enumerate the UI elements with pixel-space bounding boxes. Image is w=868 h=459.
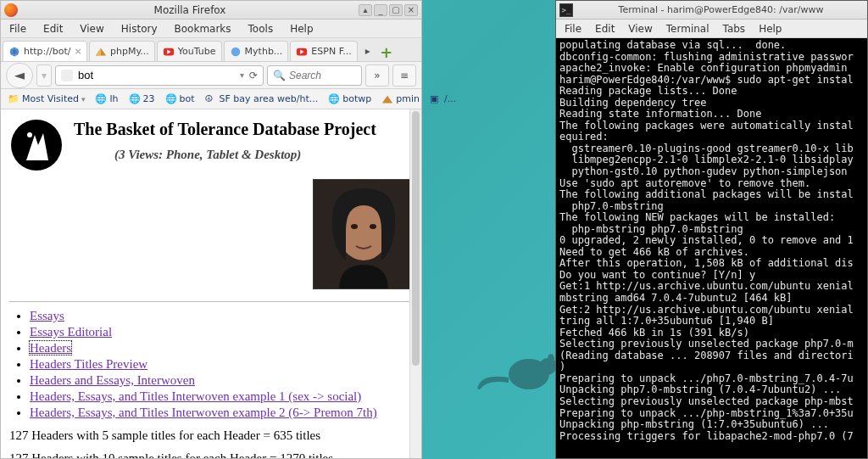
- link-headers-titles-preview[interactable]: Headers Titles Preview: [30, 357, 147, 371]
- menu-view[interactable]: View: [75, 21, 108, 36]
- tab-label: YouTube: [178, 46, 216, 57]
- nav-forward-button[interactable]: ▾: [36, 64, 52, 87]
- url-bar[interactable]: ▾ ⟳: [55, 65, 264, 86]
- globe-icon: [8, 46, 20, 58]
- xfce-mouse-icon: [475, 344, 559, 395]
- list-item: Essays Editorial: [30, 325, 415, 339]
- phpmyadmin-icon: [95, 46, 107, 58]
- hamburger-menu-button[interactable]: ≡: [392, 64, 416, 87]
- chevron-down-icon: ▾: [81, 95, 86, 104]
- list-item: Headers, Essays, and Titles Interwoven e…: [30, 406, 415, 420]
- page-identity-icon[interactable]: [61, 70, 73, 81]
- tab-label: phpMy...: [110, 46, 149, 57]
- firefox-window-title: Mozilla Firefox: [23, 4, 357, 16]
- bookmark-most-visited[interactable]: 📁Most Visited▾: [4, 92, 88, 107]
- term-menu-edit[interactable]: Edit: [590, 21, 620, 36]
- terminal-icon: >_: [559, 3, 573, 17]
- bookmarks-toolbar: 📁Most Visited▾ 🌐lh 🌐23 🌐bot ☮SF bay area…: [1, 89, 421, 109]
- window-close-button[interactable]: ×: [404, 4, 418, 16]
- firefox-navbar: ◄ ▾ ▾ ⟳ 🔍 » ≡: [1, 62, 421, 89]
- toolbar-overflow-button[interactable]: »: [365, 64, 389, 87]
- tab-espn[interactable]: ESPN F...: [290, 41, 357, 61]
- firefox-window: Mozilla Firefox ▴ _ ▢ × File Edit View H…: [0, 0, 422, 459]
- url-history-dropdown-icon[interactable]: ▾: [240, 70, 244, 80]
- tab-close-icon[interactable]: ×: [74, 46, 81, 57]
- tab-scroll-right-button[interactable]: ▸: [359, 41, 376, 61]
- tab-phpmyadmin[interactable]: phpMy...: [89, 41, 155, 61]
- bookmark-23[interactable]: 🌐23: [125, 92, 159, 107]
- svg-point-13: [370, 224, 376, 229]
- counts-line-1: 127 Headers with 5 sample titles for eac…: [9, 428, 415, 443]
- window-shade-button[interactable]: ▴: [359, 4, 372, 16]
- term-menu-help[interactable]: Help: [754, 21, 787, 36]
- link-headers[interactable]: Headers: [30, 341, 71, 355]
- link-essays-editorial[interactable]: Essays Editorial: [30, 325, 112, 339]
- window-minimize-button[interactable]: _: [374, 4, 387, 16]
- link-interwoven-example-2[interactable]: Headers, Essays, and Titles Interwoven e…: [30, 406, 377, 419]
- list-item: Headers, Essays, and Titles Interwoven e…: [30, 389, 415, 404]
- globe-icon: 🌐: [328, 93, 340, 105]
- bookmark-bot[interactable]: 🌐bot: [162, 92, 198, 107]
- tab-bot[interactable]: http://bot/ ×: [3, 41, 87, 61]
- bookmark-lh[interactable]: 🌐lh: [92, 92, 121, 107]
- terminal-output[interactable]: populating database via sql... done. dbc…: [556, 38, 867, 458]
- bot-logo-icon: [9, 118, 64, 172]
- menu-file[interactable]: File: [4, 21, 31, 36]
- menu-history[interactable]: History: [116, 21, 163, 36]
- svg-point-12: [351, 224, 358, 229]
- tab-label: http://bot/: [24, 46, 70, 57]
- globe-icon: 🌐: [165, 93, 177, 105]
- scrollbar-thumb[interactable]: [412, 111, 420, 366]
- search-icon: 🔍: [273, 70, 286, 81]
- firefox-menubar: File Edit View History Bookmarks Tools H…: [1, 20, 421, 38]
- list-item: Headers Titles Preview: [30, 357, 415, 372]
- list-item: Headers and Essays, Interwoven: [30, 373, 415, 388]
- terminal-titlebar[interactable]: >_ Terminal - harim@PowerEdge840: /var/w…: [556, 1, 867, 20]
- reload-button[interactable]: ⟳: [249, 70, 258, 81]
- url-input[interactable]: [78, 69, 235, 81]
- svg-point-6: [231, 47, 240, 56]
- bookmark-pmin[interactable]: pmin: [378, 92, 423, 107]
- firefox-tabstrip: http://bot/ × phpMy... YouTube Mythb... …: [1, 38, 421, 62]
- globe-icon: 🌐: [95, 93, 107, 105]
- peace-icon: ☮: [205, 93, 217, 105]
- nav-back-button[interactable]: ◄: [6, 63, 33, 88]
- menu-bookmarks[interactable]: Bookmarks: [170, 21, 236, 36]
- globe-icon: [230, 46, 242, 58]
- term-menu-terminal[interactable]: Terminal: [661, 21, 715, 36]
- content-scrollbar[interactable]: [409, 109, 421, 458]
- term-menu-file[interactable]: File: [559, 21, 587, 36]
- phpmyadmin-icon: [381, 93, 393, 105]
- bookmark-botwp[interactable]: 🌐botwp: [325, 92, 375, 107]
- globe-icon: 🌐: [129, 93, 141, 105]
- bookmark-sfbay[interactable]: ☮SF bay area web/ht...: [202, 92, 322, 107]
- svg-point-9: [27, 132, 32, 137]
- tab-mythbuntu[interactable]: Mythb...: [224, 41, 289, 61]
- folder-icon: 📁: [8, 93, 19, 105]
- link-headers-essays-interwoven[interactable]: Headers and Essays, Interwoven: [30, 373, 195, 387]
- bookmark-slash[interactable]: ▣/...: [426, 92, 459, 107]
- list-item: Headers: [30, 341, 415, 355]
- tab-youtube[interactable]: YouTube: [157, 41, 222, 61]
- square-icon: ▣: [430, 93, 442, 105]
- menu-tools[interactable]: Tools: [243, 21, 279, 36]
- term-menu-view[interactable]: View: [623, 21, 657, 36]
- youtube-icon: [296, 46, 308, 58]
- tab-label: Mythb...: [245, 46, 283, 57]
- divider: [9, 301, 415, 302]
- window-maximize-button[interactable]: ▢: [389, 4, 403, 16]
- page-links-list: Essays Essays Editorial Headers Headers …: [30, 309, 415, 420]
- link-essays[interactable]: Essays: [30, 309, 64, 322]
- new-tab-button[interactable]: +: [376, 42, 397, 61]
- counts-line-2: 127 Headers with 10 sample titles for ea…: [9, 451, 415, 458]
- firefox-titlebar[interactable]: Mozilla Firefox ▴ _ ▢ ×: [1, 1, 421, 20]
- link-interwoven-example-1[interactable]: Headers, Essays, and Titles Interwoven e…: [30, 389, 361, 403]
- terminal-menubar: File Edit View Terminal Tabs Help: [556, 20, 867, 38]
- menu-edit[interactable]: Edit: [38, 21, 68, 36]
- menu-help[interactable]: Help: [285, 21, 318, 36]
- page-title: The Basket of Tolerance Database Project: [74, 120, 415, 139]
- term-menu-tabs[interactable]: Tabs: [718, 21, 751, 36]
- svg-point-1: [539, 358, 556, 375]
- search-bar[interactable]: 🔍: [267, 65, 362, 86]
- page-subtitle: (3 Views: Phone, Tablet & Desktop): [114, 148, 415, 162]
